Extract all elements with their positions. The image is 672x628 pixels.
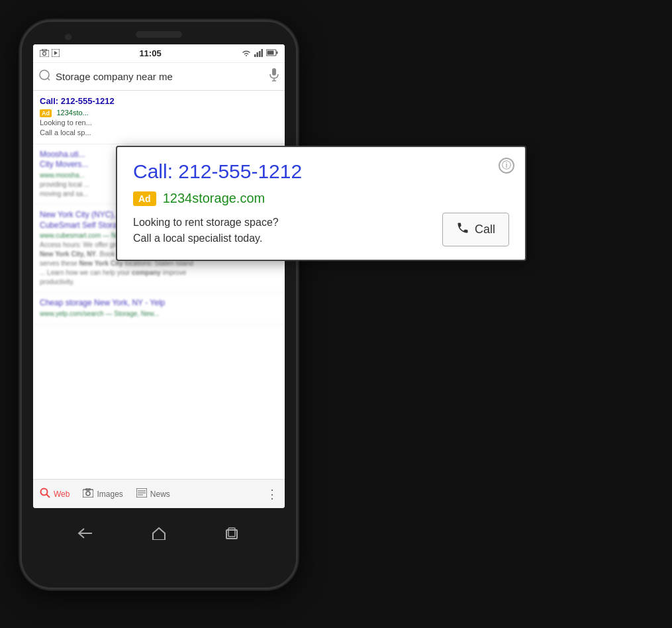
signal-icon bbox=[254, 49, 264, 58]
svg-rect-10 bbox=[277, 52, 278, 54]
phone-speaker bbox=[136, 31, 182, 38]
photo-icon bbox=[40, 49, 49, 58]
home-button[interactable] bbox=[149, 527, 169, 540]
ad-card-expanded: ⓘ Call: 212-555-1212 Ad 1234storage.com … bbox=[116, 146, 526, 261]
battery-icon bbox=[266, 49, 278, 58]
tab-news-label: News bbox=[150, 490, 170, 499]
tab-web-label: Web bbox=[54, 490, 70, 499]
newspaper-tab-icon bbox=[136, 488, 147, 500]
svg-line-18 bbox=[46, 494, 50, 497]
svg-point-20 bbox=[86, 492, 90, 496]
svg-marker-4 bbox=[54, 51, 58, 55]
tab-more[interactable]: ⋮ bbox=[266, 487, 278, 501]
phone-call-icon bbox=[456, 221, 469, 238]
organic-url-3: www.yelp.com/search — Storage, New... bbox=[40, 310, 278, 317]
svg-marker-27 bbox=[153, 528, 165, 540]
tab-news[interactable]: News bbox=[136, 488, 170, 500]
ad-card-description: Looking to rent storage space?Call a loc… bbox=[133, 215, 442, 246]
phone-screen: 11:05 bbox=[33, 44, 285, 508]
tab-bar: Web Images News ⋮ bbox=[33, 479, 285, 508]
svg-rect-14 bbox=[272, 68, 276, 76]
search-bar[interactable]: Storage company near me bbox=[33, 63, 285, 91]
organic-result-3[interactable]: Cheap storage New York, NY - Yelp www.ye… bbox=[33, 293, 285, 325]
play-icon bbox=[52, 49, 60, 58]
svg-rect-19 bbox=[83, 490, 93, 497]
info-icon[interactable]: ⓘ bbox=[499, 158, 514, 174]
svg-rect-8 bbox=[262, 49, 264, 57]
status-bar: 11:05 bbox=[33, 44, 285, 63]
search-query: Storage company near me bbox=[56, 71, 264, 82]
search-tab-icon bbox=[40, 488, 50, 501]
ad-badge-large: Ad bbox=[133, 191, 156, 206]
phone-top bbox=[22, 22, 296, 38]
svg-rect-7 bbox=[259, 51, 261, 57]
tab-web[interactable]: Web bbox=[40, 488, 70, 501]
ad-card-website[interactable]: 1234storage.com bbox=[163, 191, 265, 206]
svg-rect-6 bbox=[257, 52, 259, 57]
google-icon bbox=[38, 69, 50, 84]
organic-title-3: Cheap storage New York, NY - Yelp bbox=[40, 298, 278, 309]
ad-card-phone-number[interactable]: Call: 212-555-1212 bbox=[133, 160, 509, 183]
ad-url-small: 1234sto... bbox=[56, 109, 88, 117]
recents-button[interactable] bbox=[222, 527, 242, 540]
svg-rect-29 bbox=[228, 528, 235, 537]
status-icons-right bbox=[241, 49, 278, 58]
svg-point-1 bbox=[43, 52, 46, 55]
status-time: 11:05 bbox=[139, 48, 161, 58]
svg-point-12 bbox=[40, 70, 49, 79]
phone-nav-buttons bbox=[22, 513, 296, 553]
ad-card-bottom: Looking to rent storage space?Call a loc… bbox=[133, 213, 509, 246]
svg-line-13 bbox=[48, 78, 50, 80]
wifi-icon bbox=[241, 49, 252, 58]
mic-icon[interactable] bbox=[269, 68, 279, 85]
camera-tab-icon bbox=[83, 488, 93, 500]
ad-badge-small: Ad bbox=[40, 109, 52, 117]
phone-device: 11:05 bbox=[20, 20, 298, 590]
back-button[interactable] bbox=[75, 527, 95, 540]
front-camera bbox=[65, 34, 72, 40]
tab-images[interactable]: Images bbox=[83, 488, 122, 500]
ad-card-url-row: Ad 1234storage.com bbox=[133, 191, 509, 206]
tab-images-label: Images bbox=[97, 490, 122, 499]
ad-desc-small: Looking to ren... Call a local sp... bbox=[40, 118, 278, 138]
call-button[interactable]: Call bbox=[442, 213, 509, 246]
svg-rect-5 bbox=[254, 54, 256, 57]
ad-result-small[interactable]: Call: 212-555-1212 Ad 1234sto... Looking… bbox=[33, 91, 285, 144]
status-icons-left bbox=[40, 49, 60, 58]
ad-phone-small[interactable]: Call: 212-555-1212 bbox=[40, 96, 278, 106]
svg-rect-11 bbox=[267, 51, 274, 55]
phone-body: 11:05 bbox=[20, 20, 298, 590]
call-button-label: Call bbox=[475, 223, 495, 236]
